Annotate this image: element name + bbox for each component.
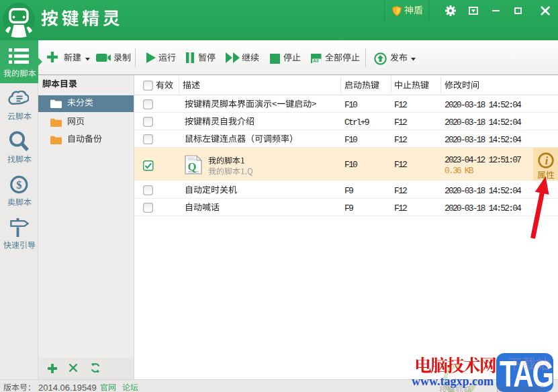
svg-text:$: $ <box>16 179 21 191</box>
svg-text:Q: Q <box>188 160 197 173</box>
svg-text:i: i <box>545 155 549 166</box>
svg-text:All: All <box>313 58 319 63</box>
